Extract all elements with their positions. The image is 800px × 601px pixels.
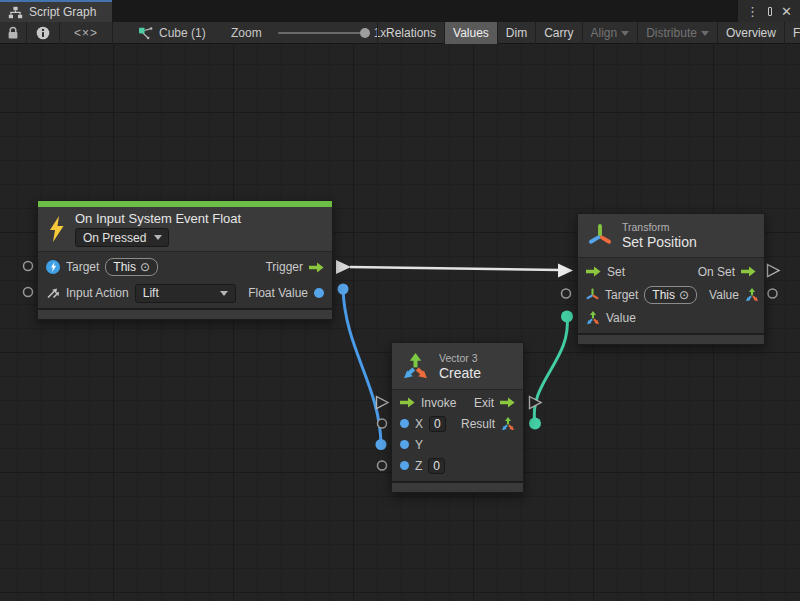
row-label: Exit [474,396,494,410]
lightning-bolt-icon [48,216,65,242]
row-label: Z [415,459,422,473]
flow-arrow-icon [500,397,515,408]
graph-pointer[interactable]: Cube (1) [138,22,206,44]
row-label: Input Action [66,286,129,300]
row-label: Target [66,260,99,274]
port-row-invoke: Invoke Exit [392,392,523,413]
unity-visual-scripting-window: Script Graph ⋮ ✕ <×> [0,0,800,601]
chevron-down-icon [701,31,709,36]
toolbar-button-align: Align [582,22,638,44]
node-header[interactable]: Vector 3 Create [392,343,523,390]
zoom-slider-handle[interactable] [360,28,370,38]
row-label: Trigger [265,260,303,274]
row-label: Value [606,311,636,325]
row-label: Invoke [421,396,456,410]
input-action-icon [46,286,60,300]
port-result-output[interactable] [529,418,541,430]
toolbar-button-distribute: Distribute [637,22,717,44]
port-row-value: Value [578,306,764,329]
window-close-icon[interactable]: ✕ [781,5,792,18]
port-row-set: Set On Set [578,260,764,283]
event-target-icon [46,260,60,274]
event-mode-dropdown[interactable]: On Pressed [75,228,169,247]
toolbar-button-values[interactable]: Values [444,22,497,44]
vector3-icon [501,417,515,431]
graph-icon [8,6,23,19]
node-footer [392,481,523,492]
node-title: Create [439,365,481,381]
float-port-dot [400,440,409,449]
target-picker-icon[interactable]: ⊙ [679,289,689,301]
row-label: Result [461,417,495,431]
input-action-dropdown[interactable]: Lift [135,284,236,303]
node-header[interactable]: On Input System Event Float On Pressed [38,207,332,252]
port-invoke-input[interactable] [377,397,389,409]
port-float-value-output[interactable] [338,284,349,295]
row-label: X [415,417,423,431]
port-y-input[interactable] [376,439,387,450]
tab-label: Script Graph [29,5,96,19]
value-box-x[interactable]: 0 [429,416,446,432]
float-port-dot [314,288,324,298]
port-row-input-action: Input Action Lift Float Value [38,280,332,306]
port-z-input[interactable] [378,461,387,470]
tab-script-graph[interactable]: Script Graph [0,0,112,22]
port-row-target: Target This ⊙ Trigger [38,254,332,280]
node-vector3-create[interactable]: Vector 3 Create Invoke Exit [391,342,524,493]
row-label: On Set [698,265,735,279]
lock-button[interactable] [0,22,27,44]
toolbar-buttons: Relations Values Dim Carry Align Distrib… [377,22,800,44]
port-transform-target-input[interactable] [562,289,571,298]
node-body: Invoke Exit X 0 Result [392,390,523,479]
wire-vector3 [534,317,567,424]
chevron-down-icon [220,291,228,296]
window-controls: ⋮ ✕ [738,0,800,22]
port-row-z: Z 0 [392,455,523,476]
port-trigger-output[interactable] [336,260,351,274]
zoom-label: Zoom [231,26,262,40]
graph-canvas[interactable]: On Input System Event Float On Pressed T… [0,44,800,601]
node-title: On Input System Event Float [75,211,241,226]
toolbar-button-carry[interactable]: Carry [535,22,581,44]
flow-arrow-icon [586,266,601,277]
toolbar-button-full-screen[interactable]: Full Screen [784,22,800,44]
object-picker-chip[interactable]: This ⊙ [644,286,697,304]
node-transform-set-position[interactable]: Transform Set Position Set On Set [577,213,765,345]
port-transform-value-output[interactable] [768,289,777,298]
float-port-dot [400,419,409,428]
graph-asset-icon [138,26,153,40]
row-label: Target [605,288,638,302]
port-x-input[interactable] [378,419,387,428]
window-maximize-icon[interactable] [768,7,772,16]
port-row-target: Target This ⊙ Value [578,283,764,306]
node-kind: Transform [622,221,697,233]
toolbar-button-relations[interactable]: Relations [377,22,444,44]
toolbar-button-overview[interactable]: Overview [717,22,784,44]
port-event-target-input[interactable] [24,262,33,271]
object-picker-chip[interactable]: This ⊙ [105,258,158,276]
node-on-input-system-event-float[interactable]: On Input System Event Float On Pressed T… [37,200,333,320]
tab-bar: Script Graph ⋮ ✕ [0,0,800,22]
code-view-button[interactable]: <×> [60,22,113,44]
node-kind: Vector 3 [439,352,481,364]
window-menu-icon[interactable]: ⋮ [746,5,759,18]
row-label: Value [709,288,739,302]
toolbar-button-dim[interactable]: Dim [497,22,535,44]
vector3-icon [586,311,600,325]
transform-icon [586,288,599,302]
chevron-down-icon [154,235,162,240]
port-on-set-output[interactable] [768,265,780,277]
zoom-slider[interactable] [278,32,368,34]
port-event-inputaction-input[interactable] [24,288,33,297]
node-footer [38,308,332,319]
node-header[interactable]: Transform Set Position [578,214,764,258]
node-body: Target This ⊙ Trigger [38,252,332,306]
vector3-icon [745,288,759,302]
info-button[interactable] [27,22,60,44]
node-body: Set On Set Target This [578,258,764,331]
wire-float [343,289,381,445]
port-transform-value-input[interactable] [561,311,573,323]
target-picker-icon[interactable]: ⊙ [140,261,150,273]
value-box-z[interactable]: 0 [428,458,445,474]
port-exit-output[interactable] [530,397,542,409]
